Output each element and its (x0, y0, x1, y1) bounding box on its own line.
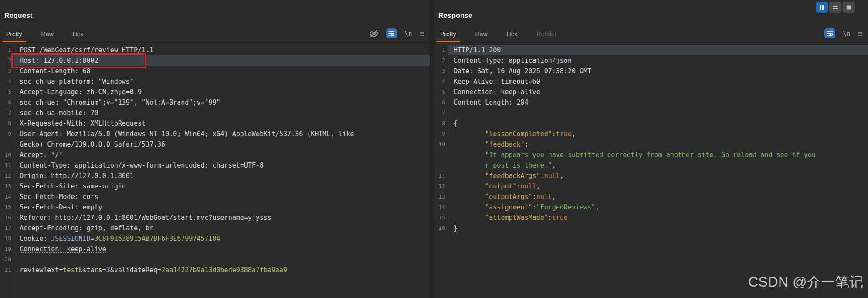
code-line[interactable]: 20 (0, 254, 430, 265)
code-text: "attemptWasMade":true (448, 212, 868, 223)
code-text: sec-ch-ua-platform: "Windows" (14, 76, 430, 87)
line-number: 1 (0, 45, 11, 55)
code-line[interactable]: 6Content-Length: 284 (434, 97, 868, 108)
line-number: 4 (0, 76, 11, 87)
code-line[interactable]: 16} (434, 223, 868, 233)
word-wrap-toggle[interactable] (386, 28, 397, 38)
code-line[interactable]: 12 "output":null, (434, 181, 868, 192)
code-text: Host: 127.0.0.1:8002 (14, 55, 430, 66)
queue-button[interactable] (829, 2, 841, 13)
line-number: 16 (0, 212, 11, 223)
code-line[interactable]: 13Sec-Fetch-Site: same-origin (0, 181, 430, 192)
code-line[interactable]: 3Date: Sat, 16 Aug 2025 07:38:20 GMT (434, 66, 868, 76)
code-line[interactable]: 7sec-ch-ua-mobile: ?0 (0, 108, 430, 118)
line-number: 10 (0, 150, 11, 160)
code-text: Sec-Fetch-Site: same-origin (14, 181, 430, 192)
request-tab-hex[interactable]: Hex (68, 27, 89, 42)
code-text: Accept-Encoding: gzip, deflate, br (14, 223, 430, 233)
code-line[interactable]: 7 (434, 108, 868, 118)
request-tab-pretty[interactable]: Pretty (1, 27, 27, 42)
code-text: "lessonCompleted":true, (448, 129, 868, 139)
code-line[interactable]: 11 "feedbackArgs":null, (434, 171, 868, 181)
code-text: Origin: http://127.0.0.1:8001 (14, 171, 430, 181)
line-number: 14 (0, 192, 11, 202)
code-text: Keep-Alive: timeout=60 (448, 76, 868, 87)
code-text: Content-Length: 68 (14, 66, 430, 76)
request-tabbar: Pretty Raw Hex (0, 24, 430, 43)
message-editor: Request Pretty Raw Hex (0, 0, 868, 298)
code-line[interactable]: 11Content-Type: application/x-www-form-u… (0, 160, 430, 171)
hide-eye-icon[interactable] (369, 29, 379, 38)
newline-toggle[interactable]: \n (404, 30, 412, 37)
code-text (448, 108, 868, 118)
line-number: 7 (434, 108, 445, 118)
response-tab-pretty[interactable]: Pretty (435, 27, 461, 42)
code-line[interactable]: 2Host: 127.0.0.1:8002 (0, 55, 430, 66)
line-number: 20 (0, 254, 11, 265)
code-line[interactable]: 15 "attemptWasMade":true (434, 212, 868, 223)
response-tab-raw[interactable]: Raw (470, 27, 493, 42)
code-line[interactable]: 21reviewText=test&stars=3&validateReq=2a… (0, 265, 430, 275)
code-line[interactable]: 6sec-ch-ua: "Chromium";v="139", "Not;A=B… (0, 97, 430, 108)
code-line[interactable]: 4sec-ch-ua-platform: "Windows" (0, 76, 430, 87)
code-text: "feedback": (448, 139, 868, 150)
code-line[interactable]: 9 "lessonCompleted":true, (434, 129, 868, 139)
code-line[interactable]: "It appears you have submitted correctly… (434, 150, 868, 160)
code-text: "feedbackArgs":null, (448, 171, 868, 181)
editor-menu-icon[interactable]: ≡ (419, 29, 424, 38)
panel-divider[interactable] (430, 0, 434, 298)
code-text: Connection: keep-alive (14, 244, 430, 254)
line-number: 6 (434, 97, 445, 108)
line-number: 19 (0, 244, 11, 254)
code-line[interactable]: 16Referer: http://127.0.0.1:8001/WebGoat… (0, 212, 430, 223)
intercept-controls (816, 2, 855, 13)
code-line[interactable]: 1POST /WebGoat/csrf/review HTTP/1.1 (0, 45, 430, 55)
request-editor[interactable]: 1POST /WebGoat/csrf/review HTTP/1.12Host… (0, 45, 430, 298)
pause-button[interactable] (816, 2, 828, 13)
code-text: Connection: keep-alive (448, 87, 868, 97)
code-line[interactable]: 8{ (434, 118, 868, 129)
code-line[interactable]: 3Content-Length: 68 (0, 66, 430, 76)
line-number: 7 (0, 108, 11, 118)
line-number: 3 (0, 66, 11, 76)
code-text: Content-Type: application/json (448, 55, 868, 66)
response-tabbar: Pretty Raw Hex Render \n ≡ (434, 24, 868, 43)
code-text: Sec-Fetch-Mode: cors (14, 192, 430, 202)
code-line[interactable]: 13 "outputArgs":null, (434, 192, 868, 202)
code-line[interactable]: 12Origin: http://127.0.0.1:8001 (0, 171, 430, 181)
code-line[interactable]: 8X-Requested-With: XMLHttpRequest (0, 118, 430, 129)
code-line[interactable]: 9User-Agent: Mozilla/5.0 (Windows NT 10.… (0, 129, 430, 139)
line-number: 15 (434, 212, 445, 223)
editor-menu-icon[interactable]: ≡ (858, 29, 863, 38)
code-line[interactable]: 14 "assignment":"ForgedReviews", (434, 202, 868, 212)
request-tab-raw[interactable]: Raw (36, 27, 59, 42)
newline-toggle[interactable]: \n (843, 30, 850, 37)
stop-button[interactable] (843, 2, 855, 13)
code-line[interactable]: 14Sec-Fetch-Mode: cors (0, 192, 430, 202)
code-line[interactable]: 5Accept-Language: zh-CN,zh;q=0.9 (0, 87, 430, 97)
code-line[interactable]: 5Connection: keep-alive (434, 87, 868, 97)
line-number: 14 (434, 202, 445, 212)
code-line[interactable]: 19Connection: keep-alive (0, 244, 430, 254)
code-line[interactable]: 2Content-Type: application/json (434, 55, 868, 66)
word-wrap-toggle[interactable] (824, 28, 835, 38)
code-line[interactable]: r post is there.", (434, 160, 868, 171)
code-line[interactable]: 10 "feedback": (434, 139, 868, 150)
code-line[interactable]: 18Cookie: JSESSIONID=3C8F91638915AB7BF6F… (0, 233, 430, 244)
code-text: "outputArgs":null, (448, 192, 868, 202)
code-text: Referer: http://127.0.0.1:8001/WebGoat/s… (14, 212, 430, 223)
code-text: Gecko) Chrome/139.0.0.0 Safari/537.36 (14, 139, 430, 150)
code-line[interactable]: 4Keep-Alive: timeout=60 (434, 76, 868, 87)
code-text: POST /WebGoat/csrf/review HTTP/1.1 (14, 45, 430, 55)
code-line[interactable]: 15Sec-Fetch-Dest: empty (0, 202, 430, 212)
response-editor[interactable]: 1HTTP/1.1 2002Content-Type: application/… (434, 45, 868, 298)
code-line[interactable]: 10Accept: */* (0, 150, 430, 160)
code-line[interactable]: 17Accept-Encoding: gzip, deflate, br (0, 223, 430, 233)
code-text: Sec-Fetch-Dest: empty (14, 202, 430, 212)
code-text: sec-ch-ua-mobile: ?0 (14, 108, 430, 118)
code-line[interactable]: 1HTTP/1.1 200 (434, 45, 868, 55)
response-tab-hex[interactable]: Hex (502, 27, 523, 42)
code-text: User-Agent: Mozilla/5.0 (Windows NT 10.0… (14, 129, 430, 139)
response-panel: Response Pretty Raw Hex Render \n (434, 0, 868, 298)
code-line[interactable]: Gecko) Chrome/139.0.0.0 Safari/537.36 (0, 139, 430, 150)
